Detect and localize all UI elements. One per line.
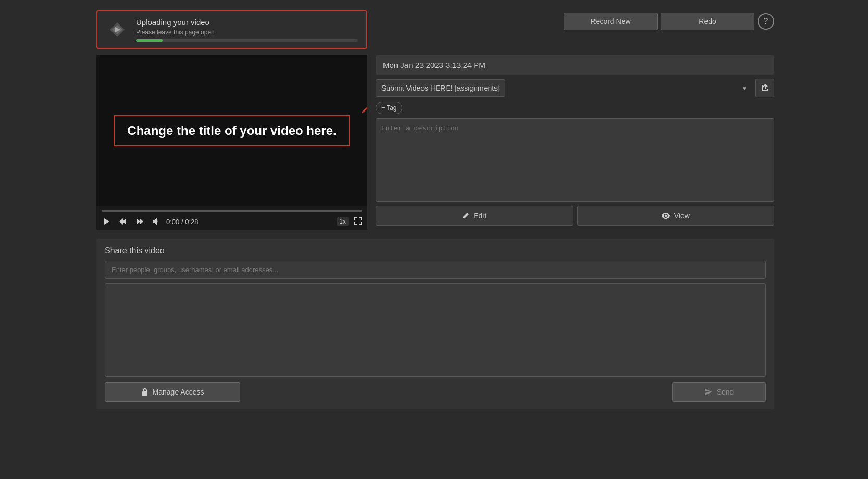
share-area bbox=[105, 283, 766, 377]
edit-button[interactable]: Edit bbox=[376, 206, 573, 226]
view-icon bbox=[662, 213, 670, 219]
folder-select-wrapper: Submit Videos HERE! [assignments] bbox=[376, 79, 752, 97]
rewind-button[interactable] bbox=[117, 216, 129, 227]
upload-notification: Uploading your video Please leave this p… bbox=[96, 10, 367, 49]
description-textarea[interactable] bbox=[376, 118, 774, 202]
speed-badge[interactable]: 1x bbox=[337, 217, 349, 226]
datetime-bar: Mon Jan 23 2023 3:13:24 PM bbox=[376, 55, 774, 75]
fullscreen-button[interactable] bbox=[354, 217, 362, 227]
video-panel: Change the title of your video here. bbox=[96, 55, 367, 230]
video-display: Change the title of your video here. bbox=[96, 55, 367, 206]
svg-line-3 bbox=[362, 81, 367, 113]
lock-icon bbox=[141, 388, 148, 396]
action-row: Edit View bbox=[376, 206, 774, 226]
upload-title: Uploading your video bbox=[136, 18, 358, 27]
send-button[interactable]: Send bbox=[672, 382, 766, 402]
edit-icon bbox=[462, 212, 469, 219]
share-bottom-row: Manage Access Send bbox=[105, 382, 766, 402]
share-input[interactable] bbox=[105, 261, 766, 279]
kaltura-icon bbox=[106, 18, 129, 41]
volume-button[interactable] bbox=[151, 216, 161, 227]
progress-bar-track bbox=[136, 39, 358, 42]
send-icon bbox=[704, 388, 713, 396]
record-new-button[interactable]: Record New bbox=[564, 13, 658, 30]
folder-row: Submit Videos HERE! [assignments] bbox=[376, 79, 774, 97]
help-button[interactable]: ? bbox=[758, 13, 774, 30]
progress-bar-fill bbox=[136, 39, 163, 42]
forward-button[interactable] bbox=[134, 216, 145, 227]
time-display: 0:00 / 0:28 bbox=[166, 218, 198, 226]
share-title: Share this video bbox=[105, 246, 766, 255]
external-link-button[interactable] bbox=[755, 79, 774, 97]
video-title-overlay[interactable]: Change the title of your video here. bbox=[114, 115, 350, 146]
share-panel: Share this video Manage Access Send bbox=[96, 239, 774, 409]
play-button[interactable] bbox=[102, 216, 112, 227]
seek-bar[interactable] bbox=[102, 210, 362, 212]
upload-subtitle: Please leave this page open bbox=[136, 29, 358, 36]
view-button[interactable]: View bbox=[577, 206, 775, 226]
folder-select[interactable]: Submit Videos HERE! [assignments] bbox=[376, 79, 505, 97]
right-panel: Mon Jan 23 2023 3:13:24 PM Submit Videos… bbox=[376, 55, 774, 226]
arrow-annotation bbox=[357, 71, 367, 118]
svg-rect-6 bbox=[142, 391, 147, 396]
video-controls: 0:00 / 0:28 1x bbox=[96, 206, 367, 230]
manage-access-button[interactable]: Manage Access bbox=[105, 382, 240, 402]
redo-button[interactable]: Redo bbox=[661, 13, 754, 30]
svg-marker-5 bbox=[104, 218, 109, 225]
tag-button[interactable]: + Tag bbox=[376, 102, 402, 114]
